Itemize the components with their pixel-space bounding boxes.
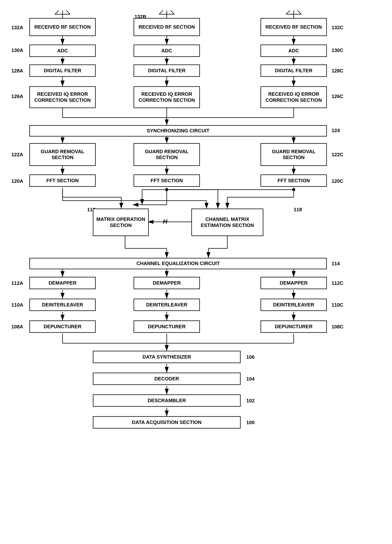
block-deil-b: DEINTERLEAVER [133, 299, 200, 311]
ref-126c: 126C [332, 94, 343, 99]
block-dem-a: DEMAPPER [29, 277, 96, 289]
ref-132c: 132C [332, 25, 343, 30]
ref-124: 124 [332, 128, 340, 134]
ref-130a: 130A [11, 47, 23, 53]
connection-arrows [0, 0, 392, 544]
ref-110a: 110A [11, 302, 23, 308]
svg-line-7 [159, 10, 163, 14]
block-rf-b: RECEIVED RF SECTION [133, 18, 200, 36]
block-descr: DESCRAMBLER [93, 394, 241, 407]
svg-line-11 [286, 10, 290, 14]
block-gr-a: GUARD REMOVALSECTION [29, 143, 96, 166]
block-dem-b: DEMAPPER [133, 277, 200, 289]
block-iq-b: RECEIVED IQ ERRORCORRECTION SECTION [133, 86, 200, 108]
ref-108c: 108C [332, 324, 343, 330]
h-label: H [163, 218, 167, 225]
block-cmes: CHANNEL MATRIXESTIMATION SECTION [191, 209, 263, 236]
block-adc-c: ADC [260, 45, 327, 57]
ref-100: 100 [246, 420, 254, 426]
ref-112c: 112C [332, 280, 343, 286]
block-deil-a: DEINTERLEAVER [29, 299, 96, 311]
ref-106: 106 [246, 354, 254, 360]
block-dep-c: DEPUNCTURER [260, 320, 327, 333]
block-df-c: DIGITAL FILTER [260, 65, 327, 77]
ref-122c: 122C [332, 152, 343, 158]
svg-line-8 [171, 10, 174, 14]
svg-point-45 [292, 188, 295, 191]
block-dep-a: DEPUNCTURER [29, 320, 96, 333]
block-iq-a: RECEIVED IQ ERRORCORRECTION SECTION [29, 86, 96, 108]
block-deil-c: DEINTERLEAVER [260, 299, 327, 311]
ref-112a: 112A [11, 280, 23, 286]
ref-120a: 120A [11, 178, 23, 184]
block-fft-a: FFT SECTION [29, 174, 96, 187]
ref-108a: 108A [11, 324, 23, 330]
block-dem-c: DEMAPPER [260, 277, 327, 289]
block-dec: DECODER [93, 373, 241, 385]
block-mos: MATRIX OPERATIONSECTION [93, 209, 149, 236]
ref-128c: 128C [332, 68, 343, 74]
block-fft-c: FFT SECTION [260, 174, 327, 187]
ref-118: 118 [294, 207, 302, 213]
svg-line-4 [66, 10, 70, 14]
block-fft-b: FFT SECTION [133, 174, 200, 187]
ref-114: 114 [332, 261, 340, 266]
ref-122a: 122A [11, 152, 23, 158]
block-das: DATA ACQUISITION SECTION [93, 416, 241, 429]
block-df-a: DIGITAL FILTER [29, 65, 96, 77]
block-rf-a: RECEIVED RF SECTION [29, 18, 96, 36]
block-df-b: DIGITAL FILTER [133, 65, 200, 77]
block-ds: DATA SYNTHESIZER [93, 351, 241, 363]
block-sync: SYNCHRONIZING CIRCUIT [29, 125, 327, 136]
ref-126a: 126A [11, 94, 23, 99]
block-rf-c: RECEIVED RF SECTION [260, 18, 327, 36]
block-dep-b: DEPUNCTURER [133, 320, 200, 333]
ref-102: 102 [246, 398, 254, 404]
svg-line-12 [297, 10, 301, 14]
ref-120c: 120C [332, 178, 343, 184]
svg-point-42 [165, 188, 168, 191]
svg-line-3 [55, 10, 59, 14]
block-adc-a: ADC [29, 45, 96, 57]
block-adc-b: ADC [133, 45, 200, 57]
block-gr-b: GUARD REMOVALSECTION [133, 143, 200, 166]
ref-110c: 110C [332, 302, 343, 308]
ref-104: 104 [246, 376, 254, 382]
diagram: 132A RECEIVED RF SECTION 132B RECEIVED R… [0, 0, 392, 544]
ref-130c: 130C [332, 47, 343, 53]
block-ceq: CHANNEL EQUALIZATION CIRCUIT [29, 258, 327, 269]
ref-128a: 128A [11, 68, 23, 74]
block-iq-c: RECEIVED IQ ERRORCORRECTION SECTION [260, 86, 327, 108]
ref-132a: 132A [11, 25, 23, 30]
block-gr-c: GUARD REMOVALSECTION [260, 143, 327, 166]
